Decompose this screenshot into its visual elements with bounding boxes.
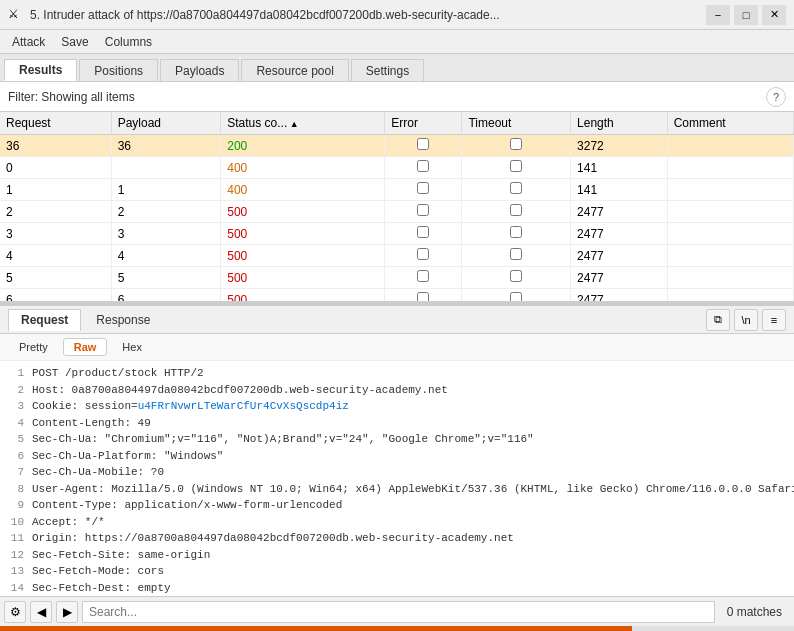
code-line: 4Content-Length: 49 xyxy=(8,417,151,429)
cell-error-checkbox[interactable] xyxy=(417,292,429,302)
wrap-button[interactable]: \n xyxy=(734,309,758,331)
table-row[interactable]: 36362003272 xyxy=(0,135,794,157)
tab-request[interactable]: Request xyxy=(8,309,81,331)
cell-timeout-checkbox[interactable] xyxy=(510,270,522,282)
tab-resource-pool[interactable]: Resource pool xyxy=(241,59,348,81)
cell-timeout xyxy=(462,157,571,179)
cell-error-checkbox[interactable] xyxy=(417,182,429,194)
filter-help-button[interactable]: ? xyxy=(766,87,786,107)
results-table-container: Request Payload Status co... Error Timeo… xyxy=(0,112,794,302)
code-line: 6Sec-Ch-Ua-Platform: "Windows" xyxy=(8,450,223,462)
col-comment[interactable]: Comment xyxy=(667,112,793,135)
cell-timeout-checkbox[interactable] xyxy=(510,226,522,238)
tab-settings[interactable]: Settings xyxy=(351,59,424,81)
col-error[interactable]: Error xyxy=(385,112,462,135)
cell-comment xyxy=(667,223,793,245)
code-line: 13Sec-Fetch-Mode: cors xyxy=(8,565,164,577)
cell-timeout-checkbox[interactable] xyxy=(510,204,522,216)
cell-timeout-checkbox[interactable] xyxy=(510,138,522,150)
more-options-button[interactable]: ≡ xyxy=(762,309,786,331)
code-line: 2Host: 0a8700a804497da08042bcdf007200db.… xyxy=(8,384,448,396)
cell-request: 36 xyxy=(0,135,111,157)
settings-button[interactable]: ⚙ xyxy=(4,601,26,623)
cell-comment xyxy=(667,245,793,267)
cell-error xyxy=(385,245,462,267)
format-pretty[interactable]: Pretty xyxy=(8,338,59,356)
table-row[interactable]: 665002477 xyxy=(0,289,794,303)
code-line: 14Sec-Fetch-Dest: empty xyxy=(8,582,171,594)
cell-error-checkbox[interactable] xyxy=(417,138,429,150)
table-row[interactable]: 555002477 xyxy=(0,267,794,289)
progress-bar xyxy=(0,626,632,631)
cell-request: 2 xyxy=(0,201,111,223)
code-line: 12Sec-Fetch-Site: same-origin xyxy=(8,549,210,561)
next-button[interactable]: ▶ xyxy=(56,601,78,623)
cell-error xyxy=(385,179,462,201)
cell-error-checkbox[interactable] xyxy=(417,248,429,260)
menu-attack[interactable]: Attack xyxy=(4,31,53,53)
table-body: 3636200327204001411140014122500247733500… xyxy=(0,135,794,303)
cell-status: 500 xyxy=(221,267,385,289)
bottom-bar: ⚙ ◀ ▶ 0 matches xyxy=(0,596,794,626)
cell-status: 500 xyxy=(221,201,385,223)
code-line: 5Sec-Ch-Ua: "Chromium";v="116", "Not)A;B… xyxy=(8,433,534,445)
cell-status: 500 xyxy=(221,245,385,267)
tab-positions[interactable]: Positions xyxy=(79,59,158,81)
table-row[interactable]: 335002477 xyxy=(0,223,794,245)
menubar: Attack Save Columns xyxy=(0,30,794,54)
tab-response[interactable]: Response xyxy=(83,309,163,331)
cell-length: 141 xyxy=(571,157,668,179)
format-raw[interactable]: Raw xyxy=(63,338,108,356)
cell-payload: 36 xyxy=(111,135,221,157)
code-content: 1POST /product/stock HTTP/2 2Host: 0a870… xyxy=(0,361,794,596)
cell-error-checkbox[interactable] xyxy=(417,226,429,238)
cell-payload: 2 xyxy=(111,201,221,223)
minimize-button[interactable]: − xyxy=(706,5,730,25)
filter-bar: Filter: Showing all items ? xyxy=(0,82,794,112)
main-tabbar: Results Positions Payloads Resource pool… xyxy=(0,54,794,82)
req-resp-header: Request Response ⧉ \n ≡ xyxy=(0,306,794,334)
progress-bar-container xyxy=(0,626,794,631)
close-button[interactable]: ✕ xyxy=(762,5,786,25)
copy-button[interactable]: ⧉ xyxy=(706,309,730,331)
table-row[interactable]: 0400141 xyxy=(0,157,794,179)
code-line: 9Content-Type: application/x-www-form-ur… xyxy=(8,499,342,511)
tab-results[interactable]: Results xyxy=(4,59,77,81)
col-payload[interactable]: Payload xyxy=(111,112,221,135)
table-row[interactable]: 11400141 xyxy=(0,179,794,201)
filter-text: Filter: Showing all items xyxy=(8,90,766,104)
cell-error xyxy=(385,223,462,245)
cell-request: 4 xyxy=(0,245,111,267)
cell-timeout-checkbox[interactable] xyxy=(510,292,522,302)
cell-timeout xyxy=(462,135,571,157)
cell-error-checkbox[interactable] xyxy=(417,160,429,172)
tab-payloads[interactable]: Payloads xyxy=(160,59,239,81)
code-line: 8User-Agent: Mozilla/5.0 (Windows NT 10.… xyxy=(8,483,794,495)
col-status[interactable]: Status co... xyxy=(221,112,385,135)
cell-timeout-checkbox[interactable] xyxy=(510,160,522,172)
menu-save[interactable]: Save xyxy=(53,31,96,53)
col-request[interactable]: Request xyxy=(0,112,111,135)
cell-error-checkbox[interactable] xyxy=(417,270,429,282)
col-length[interactable]: Length xyxy=(571,112,668,135)
cell-payload: 4 xyxy=(111,245,221,267)
window-title: 5. Intruder attack of https://0a8700a804… xyxy=(30,8,706,22)
cell-error xyxy=(385,201,462,223)
maximize-button[interactable]: □ xyxy=(734,5,758,25)
cell-payload: 3 xyxy=(111,223,221,245)
code-line: 11Origin: https://0a8700a804497da08042bc… xyxy=(8,532,514,544)
cell-timeout-checkbox[interactable] xyxy=(510,182,522,194)
format-hex[interactable]: Hex xyxy=(111,338,153,356)
cell-length: 141 xyxy=(571,179,668,201)
menu-columns[interactable]: Columns xyxy=(97,31,160,53)
table-row[interactable]: 445002477 xyxy=(0,245,794,267)
window-controls: − □ ✕ xyxy=(706,5,786,25)
cell-timeout-checkbox[interactable] xyxy=(510,248,522,260)
table-row[interactable]: 225002477 xyxy=(0,201,794,223)
prev-button[interactable]: ◀ xyxy=(30,601,52,623)
col-timeout[interactable]: Timeout xyxy=(462,112,571,135)
req-resp-toolbar: ⧉ \n ≡ xyxy=(706,309,786,331)
cell-request: 6 xyxy=(0,289,111,303)
search-input[interactable] xyxy=(82,601,715,623)
cell-error-checkbox[interactable] xyxy=(417,204,429,216)
